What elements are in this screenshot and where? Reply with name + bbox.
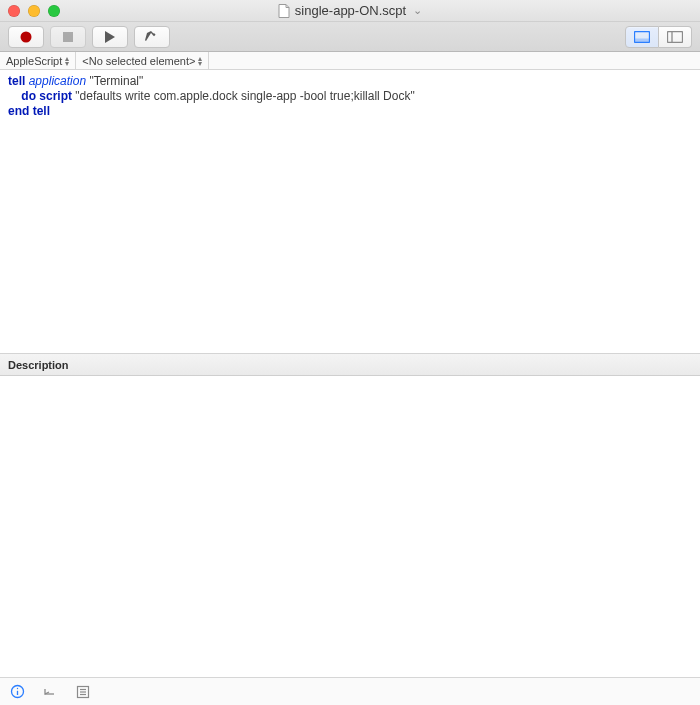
description-area[interactable] [0, 376, 700, 677]
info-icon[interactable] [10, 684, 25, 699]
window-title: single-app-ON.scpt ⌄ [0, 3, 700, 18]
keyword-end-tell: end tell [8, 104, 50, 118]
record-button[interactable] [8, 26, 44, 48]
hammer-icon [145, 30, 159, 44]
svg-point-0 [21, 31, 32, 42]
svg-rect-1 [63, 32, 73, 42]
class-application: application [29, 74, 86, 88]
script-editor[interactable]: tell application "Terminal" do script "d… [0, 70, 700, 354]
log-icon[interactable] [76, 685, 90, 699]
updown-icon: ▴▾ [65, 56, 69, 66]
language-selector[interactable]: AppleScript ▴▾ [0, 52, 76, 69]
description-label: Description [8, 359, 69, 371]
minimize-window-button[interactable] [28, 5, 40, 17]
string-command: "defaults write com.apple.dock single-ap… [75, 89, 414, 103]
string-terminal: "Terminal" [89, 74, 143, 88]
element-label: <No selected element> [82, 55, 195, 67]
zoom-window-button[interactable] [48, 5, 60, 17]
close-window-button[interactable] [8, 5, 20, 17]
svg-rect-5 [668, 31, 683, 42]
traffic-lights [8, 5, 60, 17]
navigation-bar: AppleScript ▴▾ <No selected element> ▴▾ [0, 52, 700, 70]
show-log-button[interactable] [659, 26, 692, 48]
toolbar [0, 22, 700, 52]
result-icon[interactable] [43, 684, 58, 699]
language-label: AppleScript [6, 55, 62, 67]
editor-pane-icon [634, 31, 650, 43]
compile-button[interactable] [134, 26, 170, 48]
run-button[interactable] [92, 26, 128, 48]
svg-point-9 [17, 688, 18, 689]
title-chevron-icon: ⌄ [413, 4, 422, 17]
stop-button[interactable] [50, 26, 86, 48]
document-icon [278, 4, 290, 18]
stop-icon [63, 32, 73, 42]
window-title-text: single-app-ON.scpt [295, 3, 406, 18]
svg-rect-4 [635, 38, 650, 42]
keyword-do-script: do script [21, 89, 72, 103]
show-editor-button[interactable] [625, 26, 659, 48]
play-icon [105, 31, 115, 43]
status-bar [0, 677, 700, 705]
window-titlebar: single-app-ON.scpt ⌄ [0, 0, 700, 22]
description-header: Description [0, 354, 700, 376]
record-icon [20, 31, 32, 43]
updown-icon: ▴▾ [198, 56, 202, 66]
log-pane-icon [667, 31, 683, 43]
keyword-tell: tell [8, 74, 25, 88]
element-selector[interactable]: <No selected element> ▴▾ [76, 52, 209, 69]
view-segmented-control [625, 26, 692, 48]
